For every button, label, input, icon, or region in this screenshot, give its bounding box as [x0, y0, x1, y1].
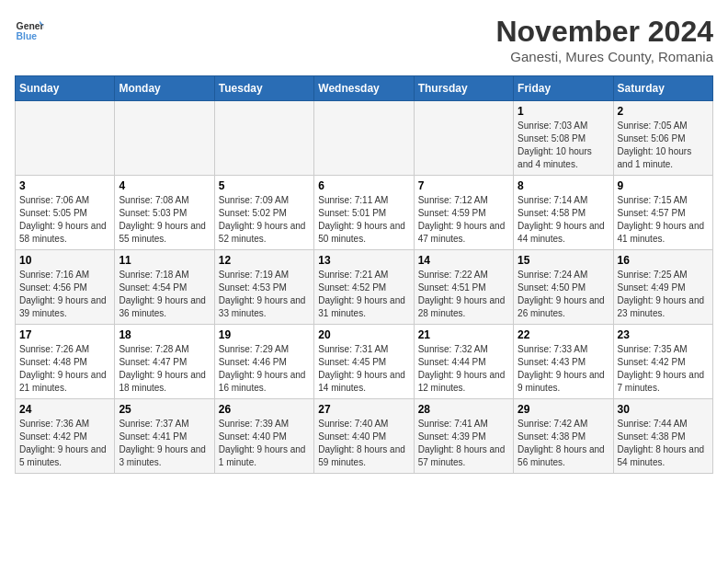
- calendar-day-cell: [414, 101, 513, 176]
- day-info: Sunrise: 7:32 AM Sunset: 4:44 PM Dayligh…: [418, 343, 509, 395]
- title-area: November 2024 Ganesti, Mures County, Rom…: [495, 15, 713, 64]
- day-number: 5: [219, 179, 310, 192]
- calendar-day-cell: 29Sunrise: 7:42 AM Sunset: 4:38 PM Dayli…: [514, 399, 613, 474]
- day-info: Sunrise: 7:19 AM Sunset: 4:53 PM Dayligh…: [219, 269, 310, 320]
- day-info: Sunrise: 7:05 AM Sunset: 5:06 PM Dayligh…: [618, 120, 709, 171]
- calendar-day-cell: 20Sunrise: 7:31 AM Sunset: 4:45 PM Dayli…: [314, 325, 414, 399]
- calendar-day-cell: 22Sunrise: 7:33 AM Sunset: 4:43 PM Dayli…: [514, 325, 613, 399]
- day-number: 11: [119, 254, 210, 267]
- day-number: 1: [518, 105, 609, 118]
- weekday-header-row: SundayMondayTuesdayWednesdayThursdayFrid…: [16, 76, 713, 101]
- day-number: 22: [518, 328, 609, 341]
- calendar-day-cell: [16, 101, 115, 176]
- calendar-day-cell: 13Sunrise: 7:21 AM Sunset: 4:52 PM Dayli…: [314, 250, 414, 325]
- day-number: 18: [119, 328, 210, 341]
- day-number: 26: [219, 403, 310, 416]
- day-info: Sunrise: 7:35 AM Sunset: 4:42 PM Dayligh…: [618, 343, 709, 395]
- weekday-header-cell: Friday: [514, 76, 613, 101]
- calendar-week-row: 3Sunrise: 7:06 AM Sunset: 5:05 PM Daylig…: [16, 176, 713, 250]
- day-info: Sunrise: 7:42 AM Sunset: 4:38 PM Dayligh…: [518, 418, 609, 469]
- weekday-header-cell: Wednesday: [314, 76, 414, 101]
- calendar-body: 1Sunrise: 7:03 AM Sunset: 5:08 PM Daylig…: [16, 101, 713, 474]
- day-info: Sunrise: 7:29 AM Sunset: 4:46 PM Dayligh…: [219, 343, 310, 395]
- day-info: Sunrise: 7:40 AM Sunset: 4:40 PM Dayligh…: [318, 418, 409, 469]
- day-number: 20: [318, 328, 409, 341]
- calendar-day-cell: 14Sunrise: 7:22 AM Sunset: 4:51 PM Dayli…: [414, 250, 513, 325]
- calendar-day-cell: [115, 101, 214, 176]
- weekday-header-cell: Thursday: [414, 76, 513, 101]
- day-info: Sunrise: 7:28 AM Sunset: 4:47 PM Dayligh…: [119, 343, 210, 395]
- day-number: 23: [618, 328, 709, 341]
- day-number: 21: [418, 328, 509, 341]
- calendar-day-cell: 25Sunrise: 7:37 AM Sunset: 4:41 PM Dayli…: [115, 399, 214, 474]
- day-info: Sunrise: 7:41 AM Sunset: 4:39 PM Dayligh…: [418, 418, 509, 469]
- day-info: Sunrise: 7:15 AM Sunset: 4:57 PM Dayligh…: [618, 194, 709, 246]
- day-info: Sunrise: 7:16 AM Sunset: 4:56 PM Dayligh…: [19, 269, 110, 320]
- day-number: 27: [318, 403, 409, 416]
- calendar-day-cell: 23Sunrise: 7:35 AM Sunset: 4:42 PM Dayli…: [613, 325, 712, 399]
- day-number: 28: [418, 403, 509, 416]
- day-info: Sunrise: 7:31 AM Sunset: 4:45 PM Dayligh…: [318, 343, 409, 395]
- calendar-day-cell: 11Sunrise: 7:18 AM Sunset: 4:54 PM Dayli…: [115, 250, 214, 325]
- day-info: Sunrise: 7:09 AM Sunset: 5:02 PM Dayligh…: [219, 194, 310, 246]
- calendar-day-cell: 15Sunrise: 7:24 AM Sunset: 4:50 PM Dayli…: [514, 250, 613, 325]
- day-info: Sunrise: 7:08 AM Sunset: 5:03 PM Dayligh…: [119, 194, 210, 246]
- weekday-header-cell: Sunday: [16, 76, 115, 101]
- calendar-day-cell: 5Sunrise: 7:09 AM Sunset: 5:02 PM Daylig…: [214, 176, 313, 250]
- day-number: 10: [19, 254, 110, 267]
- day-info: Sunrise: 7:06 AM Sunset: 5:05 PM Dayligh…: [19, 194, 110, 246]
- day-number: 4: [119, 179, 210, 192]
- day-info: Sunrise: 7:12 AM Sunset: 4:59 PM Dayligh…: [418, 194, 509, 246]
- logo-icon: General Blue: [15, 15, 44, 44]
- header: General Blue November 2024 Ganesti, Mure…: [15, 15, 713, 64]
- day-number: 24: [19, 403, 110, 416]
- day-info: Sunrise: 7:33 AM Sunset: 4:43 PM Dayligh…: [518, 343, 609, 395]
- calendar-day-cell: [314, 101, 414, 176]
- calendar-day-cell: 26Sunrise: 7:39 AM Sunset: 4:40 PM Dayli…: [214, 399, 313, 474]
- day-number: 9: [618, 179, 709, 192]
- day-number: 16: [618, 254, 709, 267]
- calendar-day-cell: 7Sunrise: 7:12 AM Sunset: 4:59 PM Daylig…: [414, 176, 513, 250]
- day-number: 7: [418, 179, 509, 192]
- location-title: Ganesti, Mures County, Romania: [495, 49, 713, 64]
- calendar-day-cell: 3Sunrise: 7:06 AM Sunset: 5:05 PM Daylig…: [16, 176, 115, 250]
- calendar-day-cell: 18Sunrise: 7:28 AM Sunset: 4:47 PM Dayli…: [115, 325, 214, 399]
- day-number: 25: [119, 403, 210, 416]
- calendar-day-cell: 19Sunrise: 7:29 AM Sunset: 4:46 PM Dayli…: [214, 325, 313, 399]
- day-number: 12: [219, 254, 310, 267]
- day-info: Sunrise: 7:24 AM Sunset: 4:50 PM Dayligh…: [518, 269, 609, 320]
- calendar-day-cell: 9Sunrise: 7:15 AM Sunset: 4:57 PM Daylig…: [613, 176, 712, 250]
- day-number: 13: [318, 254, 409, 267]
- day-info: Sunrise: 7:21 AM Sunset: 4:52 PM Dayligh…: [318, 269, 409, 320]
- svg-text:Blue: Blue: [17, 31, 38, 41]
- calendar-day-cell: 10Sunrise: 7:16 AM Sunset: 4:56 PM Dayli…: [16, 250, 115, 325]
- day-number: 17: [19, 328, 110, 341]
- calendar-day-cell: 12Sunrise: 7:19 AM Sunset: 4:53 PM Dayli…: [214, 250, 313, 325]
- calendar-week-row: 1Sunrise: 7:03 AM Sunset: 5:08 PM Daylig…: [16, 101, 713, 176]
- day-info: Sunrise: 7:39 AM Sunset: 4:40 PM Dayligh…: [219, 418, 310, 469]
- day-info: Sunrise: 7:18 AM Sunset: 4:54 PM Dayligh…: [119, 269, 210, 320]
- calendar-day-cell: 17Sunrise: 7:26 AM Sunset: 4:48 PM Dayli…: [16, 325, 115, 399]
- calendar-day-cell: 16Sunrise: 7:25 AM Sunset: 4:49 PM Dayli…: [613, 250, 712, 325]
- calendar-table: SundayMondayTuesdayWednesdayThursdayFrid…: [15, 75, 713, 474]
- calendar-day-cell: 27Sunrise: 7:40 AM Sunset: 4:40 PM Dayli…: [314, 399, 414, 474]
- day-info: Sunrise: 7:14 AM Sunset: 4:58 PM Dayligh…: [518, 194, 609, 246]
- month-title: November 2024: [495, 15, 713, 49]
- calendar-day-cell: 2Sunrise: 7:05 AM Sunset: 5:06 PM Daylig…: [613, 101, 712, 176]
- calendar-day-cell: 24Sunrise: 7:36 AM Sunset: 4:42 PM Dayli…: [16, 399, 115, 474]
- calendar-day-cell: 8Sunrise: 7:14 AM Sunset: 4:58 PM Daylig…: [514, 176, 613, 250]
- day-number: 15: [518, 254, 609, 267]
- calendar-day-cell: 28Sunrise: 7:41 AM Sunset: 4:39 PM Dayli…: [414, 399, 513, 474]
- calendar-day-cell: 30Sunrise: 7:44 AM Sunset: 4:38 PM Dayli…: [613, 399, 712, 474]
- day-number: 8: [518, 179, 609, 192]
- calendar-week-row: 24Sunrise: 7:36 AM Sunset: 4:42 PM Dayli…: [16, 399, 713, 474]
- day-info: Sunrise: 7:22 AM Sunset: 4:51 PM Dayligh…: [418, 269, 509, 320]
- day-info: Sunrise: 7:11 AM Sunset: 5:01 PM Dayligh…: [318, 194, 409, 246]
- day-info: Sunrise: 7:37 AM Sunset: 4:41 PM Dayligh…: [119, 418, 210, 469]
- weekday-header-cell: Tuesday: [214, 76, 313, 101]
- day-number: 3: [19, 179, 110, 192]
- day-number: 14: [418, 254, 509, 267]
- calendar-day-cell: [214, 101, 313, 176]
- weekday-header-cell: Monday: [115, 76, 214, 101]
- weekday-header-cell: Saturday: [613, 76, 712, 101]
